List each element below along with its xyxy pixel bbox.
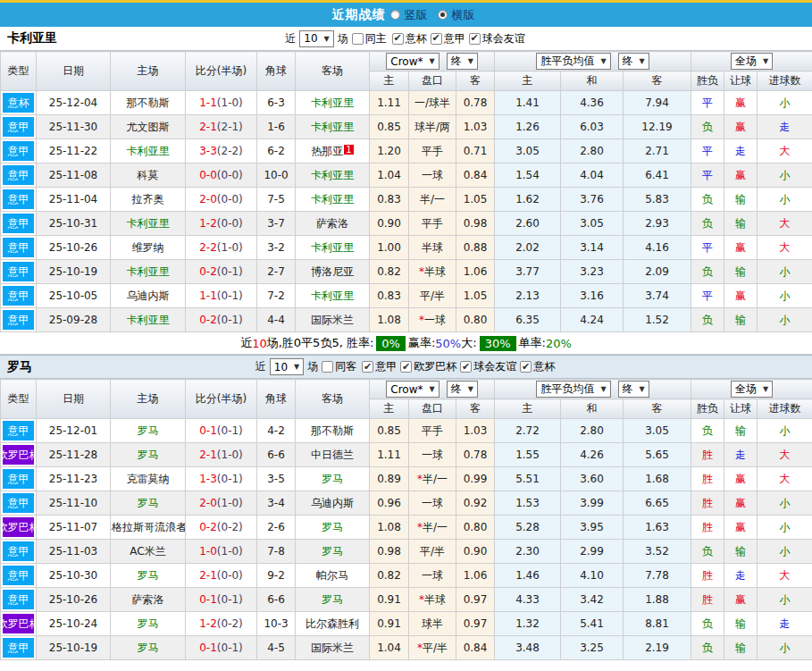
odds-away-cell: 0.88 <box>456 236 495 260</box>
away-team-cell: 国际米兰 <box>296 308 370 332</box>
home-team-name: 罗马 <box>138 569 159 582</box>
handicap-result-cell: 赢 <box>724 284 758 308</box>
handicap-cell: 球半/两 <box>409 115 456 139</box>
league-checkbox[interactable] <box>469 33 481 45</box>
odds-away-cell: 1.05 <box>456 188 495 212</box>
home-team-name: 罗马 <box>138 424 159 437</box>
title-bar: 近期战绩 竖版 横版 <box>0 3 812 27</box>
odds-final-select[interactable]: 终▼ <box>447 381 478 398</box>
halftime-score: (0-1) <box>217 314 243 326</box>
odds-home-cell: 0.82 <box>370 564 409 588</box>
away-team-name: 罗马 <box>322 473 343 485</box>
result-cell: 负 <box>691 419 724 443</box>
scope-select[interactable]: 全场▼ <box>731 53 773 70</box>
bookmaker-select[interactable]: Crow*▼ <box>386 53 439 70</box>
odds-home-cell: 0.96 <box>370 491 409 516</box>
odds-away-cell: 0.78 <box>456 91 495 115</box>
match-count-select[interactable]: 10▼ <box>270 358 304 375</box>
odds-home-cell: 1.20 <box>370 139 409 164</box>
goals-result-cell: 大 <box>758 467 812 491</box>
chevron-down-icon: ▼ <box>600 385 606 393</box>
avg-away-cell: 2.71 <box>624 139 691 164</box>
league-type-cell: 意甲 <box>1 188 37 212</box>
horizontal-layout-radio[interactable] <box>438 10 448 20</box>
date-cell: 25-10-26 <box>37 236 111 260</box>
odds-home-cell: 1.11 <box>370 443 409 467</box>
summary-segment: 场,胜0平5负5, 胜率: <box>267 335 374 351</box>
table-row: 意甲25-10-19罗马0-1(0-1)4-5国际米兰1.04*平/半0.843… <box>1 636 812 660</box>
handicap-result-cell: 赢 <box>724 115 758 139</box>
odds-away-cell: 1.03 <box>456 419 495 443</box>
odds-final-select[interactable]: 终▼ <box>447 53 478 70</box>
odds-home-cell: 0.89 <box>370 467 409 491</box>
bookmaker-select[interactable]: Crow*▼ <box>386 381 439 398</box>
handicap-cell: 半/一 <box>409 188 456 212</box>
section-1-filters: 近 10▼ 场 同客 意甲欧罗巴杯球会友谊意杯 <box>0 356 812 378</box>
home-team-cell: 罗马 <box>111 419 186 443</box>
fulltime-score: 0-0 <box>199 169 217 181</box>
away-team-cell: 热那亚1 <box>296 139 370 164</box>
goals-result-cell: 大 <box>758 564 812 588</box>
home-team-name: 尤文图斯 <box>127 121 170 133</box>
table-row: 意甲25-11-03AC米兰1-0(1-0)7-8罗马0.98平/半0.902.… <box>1 540 812 564</box>
league-checkbox[interactable] <box>460 361 472 373</box>
home-team-name: AC米兰 <box>130 545 165 558</box>
halftime-score: (0-0) <box>217 169 243 181</box>
home-team-name: 格拉斯哥流浪者 <box>112 521 186 533</box>
away-team-cell: 罗马 <box>296 516 370 540</box>
odds-home-cell: 1.04 <box>370 164 409 188</box>
avg-final-select[interactable]: 终▼ <box>618 381 649 398</box>
fulltime-score: 0-1 <box>199 642 217 654</box>
league-checkbox[interactable] <box>431 33 442 45</box>
handicap-result-cell: 输 <box>724 540 758 564</box>
col-odds-home: 主 <box>370 71 409 91</box>
avg-type-select[interactable]: 胜平负均值▼ <box>536 53 610 70</box>
halftime-score: (0-1) <box>217 593 243 606</box>
odds-away-cell: 0.97 <box>456 588 495 612</box>
league-type-cell: 意甲 <box>1 260 37 284</box>
odds-group-header: Crow*▼ 终▼ <box>370 380 495 399</box>
goals-result-cell: 小 <box>758 308 812 332</box>
avg-home-cell: 3.77 <box>495 260 561 284</box>
match-count-select[interactable]: 10▼ <box>299 30 333 47</box>
table-row: 意甲25-10-26维罗纳2-2(1-0)3-2卡利亚里1.00半球0.882.… <box>1 236 812 260</box>
chevron-down-icon: ▼ <box>640 57 645 65</box>
avg-home-cell: 2.60 <box>495 212 561 236</box>
avg-away-cell: 3.52 <box>624 540 691 564</box>
league-checkbox[interactable] <box>362 361 373 373</box>
avg-draw-cell: 3.05 <box>561 212 624 236</box>
league-checkbox[interactable] <box>392 33 404 45</box>
avg-home-cell: 1.62 <box>495 188 561 212</box>
score-cell: 0-2(0-1) <box>186 308 257 332</box>
date-cell: 25-11-22 <box>37 139 111 164</box>
summary-segment: 10 <box>252 337 267 350</box>
odds-home-cell: 0.83 <box>370 284 409 308</box>
col-avg-draw: 和 <box>561 71 624 91</box>
league-checkbox[interactable] <box>520 361 532 373</box>
corner-cell: 7-2 <box>257 284 296 308</box>
avg-home-cell: 2.02 <box>495 236 561 260</box>
col-avg-away: 客 <box>624 71 691 91</box>
away-team-name: 热那亚 <box>311 145 343 157</box>
home-team-name: 罗马 <box>138 642 159 654</box>
scope-select[interactable]: 全场▼ <box>731 381 773 398</box>
avg-type-select[interactable]: 胜平负均值▼ <box>536 381 610 398</box>
odds-away-cell: 1.03 <box>456 115 495 139</box>
vertical-layout-radio[interactable] <box>390 10 400 20</box>
section-0-same-checkbox[interactable] <box>352 33 364 45</box>
home-team-cell: 罗马 <box>111 443 186 467</box>
home-team-name: 拉齐奥 <box>132 193 164 205</box>
fulltime-score: 2-1 <box>199 569 217 582</box>
away-team-cell: 罗马 <box>296 588 370 612</box>
result-cell: 负 <box>691 115 724 139</box>
league-checkbox[interactable] <box>400 361 412 373</box>
avg-home-cell: 2.72 <box>495 419 561 443</box>
date-cell: 25-11-28 <box>37 443 111 467</box>
home-team-cell: 维罗纳 <box>111 236 186 260</box>
section-1-same-checkbox[interactable] <box>322 361 333 373</box>
same-venue-label: 同客 <box>335 359 356 374</box>
col-handicap-result: 让球 <box>724 71 758 91</box>
halftime-score: (1-0) <box>217 241 243 254</box>
avg-final-select[interactable]: 终▼ <box>618 53 649 70</box>
avg-away-cell: 3.05 <box>624 419 691 443</box>
